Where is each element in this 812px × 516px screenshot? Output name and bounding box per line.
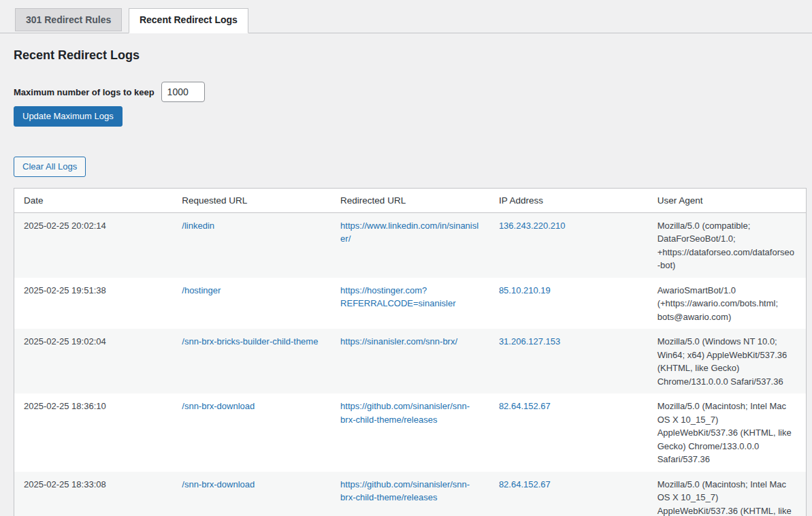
log-date: 2025-02-25 19:02:04 [24,336,106,346]
requested-url-link[interactable]: /linkedin [182,221,214,231]
page-title: Recent Redirect Logs [14,48,807,63]
redirected-url-link[interactable]: https://github.com/sinanisler/snn-brx-ch… [340,401,470,425]
redirected-url-link[interactable]: https://sinanisler.com/snn-brx/ [340,336,457,346]
ip-address-link[interactable]: 85.10.210.19 [499,285,551,295]
column-header: IP Address [489,188,648,212]
ip-address-link[interactable]: 82.64.152.67 [499,479,551,489]
column-header: Redirected URL [331,188,489,212]
log-row: 2025-02-25 18:36:10/snn-brx-downloadhttp… [14,393,807,472]
user-agent-text: Mozilla/5.0 (compatible; DataForSeoBot/1… [657,221,794,271]
requested-url-link[interactable]: /hostinger [182,285,221,295]
max-logs-input[interactable] [161,82,205,102]
log-row: 2025-02-25 19:51:38/hostingerhttps://hos… [14,278,807,329]
log-date: 2025-02-25 20:02:14 [24,221,106,231]
column-header: Date [14,188,173,212]
log-row: 2025-02-25 20:02:14/linkedinhttps://www.… [14,212,807,278]
user-agent-text: Mozilla/5.0 (Macintosh; Intel Mac OS X 1… [657,479,792,516]
requested-url-link[interactable]: /snn-brx-download [182,479,255,489]
requested-url-link[interactable]: /snn-brx-download [182,401,255,411]
requested-url-link[interactable]: /snn-brx-bricks-builder-child-theme [182,336,318,346]
column-header: Requested URL [172,188,331,212]
column-header: User Agent [648,188,807,212]
redirected-url-link[interactable]: https://github.com/sinanisler/snn-brx-ch… [340,479,470,503]
log-table-header-row: DateRequested URLRedirected URLIP Addres… [14,188,807,212]
log-table-body: 2025-02-25 20:02:14/linkedinhttps://www.… [14,212,807,516]
max-logs-label: Maximum number of logs to keep [14,87,155,97]
max-logs-setting: Maximum number of logs to keep [14,82,807,102]
ip-address-link[interactable]: 31.206.127.153 [499,336,560,346]
redirected-url-link[interactable]: https://hostinger.com?REFERRALCODE=sinan… [340,285,455,309]
user-agent-text: AwarioSmartBot/1.0 (+https://awario.com/… [657,285,778,322]
log-table-head: DateRequested URLRedirected URLIP Addres… [14,188,807,212]
log-row: 2025-02-25 18:33:08/snn-brx-downloadhttp… [14,472,807,516]
redirect-log-table: DateRequested URLRedirected URLIP Addres… [14,188,807,516]
log-date: 2025-02-25 19:51:38 [24,285,106,295]
tab-301-redirect-rules[interactable]: 301 Redirect Rules [15,8,122,31]
page-content: Recent Redirect Logs Maximum number of l… [0,33,812,516]
ip-address-link[interactable]: 136.243.220.210 [499,221,566,231]
tab-recent-redirect-logs[interactable]: Recent Redirect Logs [129,8,248,33]
user-agent-text: Mozilla/5.0 (Windows NT 10.0; Win64; x64… [657,336,787,387]
log-date: 2025-02-25 18:36:10 [24,401,106,411]
update-maximum-logs-button[interactable]: Update Maximum Logs [14,106,123,127]
clear-all-logs-button[interactable]: Clear All Logs [14,157,86,177]
redirected-url-link[interactable]: https://www.linkedin.com/in/sinanisler/ [340,221,478,244]
tab-bar: 301 Redirect Rules Recent Redirect Logs [0,0,812,33]
ip-address-link[interactable]: 82.64.152.67 [499,401,551,411]
log-date: 2025-02-25 18:33:08 [24,479,106,489]
log-row: 2025-02-25 19:02:04/snn-brx-bricks-build… [14,329,807,393]
user-agent-text: Mozilla/5.0 (Macintosh; Intel Mac OS X 1… [657,401,792,464]
